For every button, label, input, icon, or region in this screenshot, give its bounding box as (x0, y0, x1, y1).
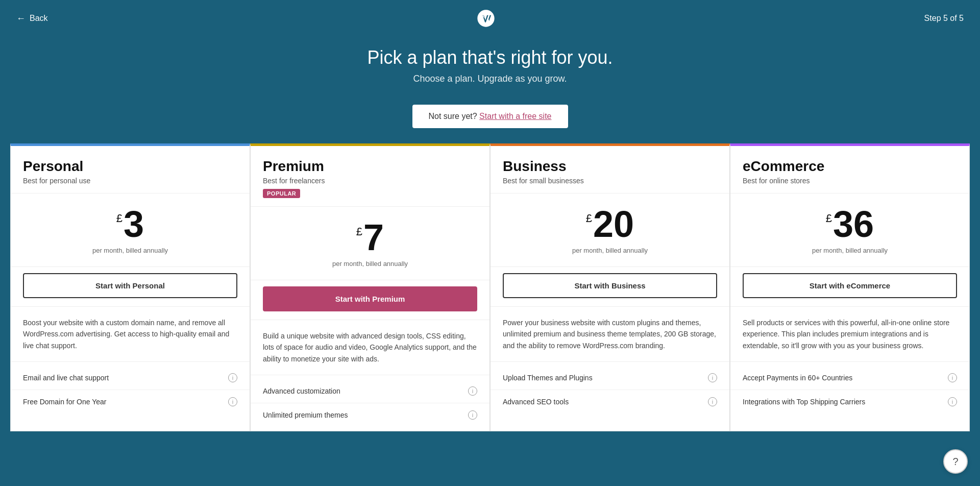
free-site-text: Not sure yet? (429, 112, 477, 120)
info-icon[interactable]: i (228, 373, 237, 382)
plan-header-ecommerce: eCommerce Best for online stores (730, 146, 969, 193)
cta-button-personal[interactable]: Start with Personal (23, 273, 237, 298)
back-arrow-icon: ← (16, 13, 26, 24)
plan-features-premium: Advanced customization i Unlimited premi… (251, 375, 489, 431)
currency-symbol-premium: £ (356, 225, 362, 238)
info-icon[interactable]: i (468, 410, 477, 420)
price-amount-business: £ 20 (503, 206, 717, 242)
plan-header-personal: Personal Best for personal use (11, 146, 250, 193)
plan-name-premium: Premium (263, 158, 477, 175)
page-title: Pick a plan that's right for you. (8, 47, 972, 68)
feature-row: Accept Payments in 60+ Countries i (730, 366, 969, 390)
plan-pricing-ecommerce: £ 36 per month, billed annually (730, 193, 969, 267)
plan-name-ecommerce: eCommerce (743, 158, 957, 175)
feature-label: Free Domain for One Year (23, 398, 106, 406)
feature-label: Unlimited premium themes (263, 411, 348, 419)
plan-card-ecommerce: eCommerce Best for online stores £ 36 pe… (730, 143, 970, 431)
wordpress-logo (476, 8, 496, 29)
plans-grid: Personal Best for personal use £ 3 per m… (10, 143, 970, 431)
plan-card-personal: Personal Best for personal use £ 3 per m… (10, 143, 250, 431)
feature-label: Advanced SEO tools (503, 398, 569, 406)
feature-row: Email and live chat support i (11, 366, 250, 390)
price-amount-ecommerce: £ 36 (743, 206, 957, 242)
feature-row: Advanced SEO tools i (491, 390, 729, 414)
info-icon[interactable]: i (708, 397, 717, 406)
free-site-banner: Not sure yet? Start with a free site (0, 105, 980, 128)
plan-cta-business: Start with Business (491, 267, 729, 307)
plan-pricing-personal: £ 3 per month, billed annually (11, 193, 250, 267)
cta-button-premium[interactable]: Start with Premium (263, 286, 477, 311)
back-button[interactable]: ← Back (16, 13, 48, 24)
price-period-premium: per month, billed annually (263, 260, 477, 268)
price-period-ecommerce: per month, billed annually (743, 247, 957, 254)
plan-tagline-personal: Best for personal use (23, 177, 237, 185)
price-amount-premium: £ 7 (263, 219, 477, 256)
plan-header-business: Business Best for small businesses (491, 146, 729, 193)
plan-features-business: Upload Themes and Plugins i Advanced SEO… (491, 362, 729, 418)
plan-cta-ecommerce: Start with eCommerce (730, 267, 969, 307)
plan-description-business: Power your business website with custom … (491, 307, 729, 362)
cta-button-business[interactable]: Start with Business (503, 273, 717, 298)
page-header: ← Back Step 5 of 5 (0, 0, 980, 37)
price-number-business: 20 (593, 206, 634, 242)
info-icon[interactable]: i (468, 386, 477, 396)
help-button[interactable]: ? (943, 449, 968, 474)
plan-tagline-business: Best for small businesses (503, 177, 717, 185)
plan-cta-premium: Start with Premium (251, 280, 489, 320)
feature-label: Accept Payments in 60+ Countries (743, 374, 852, 382)
plan-tagline-ecommerce: Best for online stores (743, 177, 957, 185)
feature-row: Upload Themes and Plugins i (491, 366, 729, 390)
back-label: Back (30, 14, 48, 23)
free-site-link[interactable]: Start with a free site (479, 112, 551, 120)
step-indicator: Step 5 of 5 (924, 14, 964, 23)
popular-badge: POPULAR (263, 189, 300, 198)
price-number-ecommerce: 36 (833, 206, 874, 242)
plan-name-personal: Personal (23, 158, 237, 175)
feature-label: Email and live chat support (23, 374, 109, 382)
price-number-personal: 3 (124, 206, 144, 242)
feature-row: Integrations with Top Shipping Carriers … (730, 390, 969, 414)
plan-description-personal: Boost your website with a custom domain … (11, 307, 250, 362)
plan-card-premium: Premium Best for freelancers POPULAR £ 7… (250, 143, 490, 431)
price-period-personal: per month, billed annually (23, 247, 237, 254)
price-number-premium: 7 (363, 219, 384, 256)
plan-features-ecommerce: Accept Payments in 60+ Countries i Integ… (730, 362, 969, 418)
plan-features-personal: Email and live chat support i Free Domai… (11, 362, 250, 418)
plan-header-premium: Premium Best for freelancers POPULAR (251, 146, 489, 207)
plan-name-business: Business (503, 158, 717, 175)
info-icon[interactable]: i (948, 397, 957, 406)
page-subtitle: Choose a plan. Upgrade as you grow. (8, 74, 972, 84)
feature-label: Integrations with Top Shipping Carriers (743, 398, 865, 406)
feature-row: Advanced customization i (251, 379, 489, 403)
price-amount-personal: £ 3 (23, 206, 237, 242)
currency-symbol-business: £ (586, 212, 592, 225)
plan-card-business: Business Best for small businesses £ 20 … (490, 143, 730, 431)
info-icon[interactable]: i (708, 373, 717, 382)
feature-row: Free Domain for One Year i (11, 390, 250, 414)
currency-symbol-personal: £ (116, 212, 122, 225)
info-icon[interactable]: i (948, 373, 957, 382)
plan-cta-personal: Start with Personal (11, 267, 250, 307)
price-period-business: per month, billed annually (503, 247, 717, 254)
feature-label: Advanced customization (263, 387, 340, 395)
plan-description-ecommerce: Sell products or services with this powe… (730, 307, 969, 362)
feature-label: Upload Themes and Plugins (503, 374, 593, 382)
plan-pricing-premium: £ 7 per month, billed annually (251, 207, 489, 280)
plan-pricing-business: £ 20 per month, billed annually (491, 193, 729, 267)
plan-description-premium: Build a unique website with advanced des… (251, 320, 489, 375)
currency-symbol-ecommerce: £ (826, 212, 832, 225)
free-site-box: Not sure yet? Start with a free site (412, 105, 568, 128)
info-icon[interactable]: i (228, 397, 237, 406)
feature-row: Unlimited premium themes i (251, 403, 489, 427)
hero-section: Pick a plan that's right for you. Choose… (0, 37, 980, 100)
plan-tagline-premium: Best for freelancers (263, 177, 477, 185)
cta-button-ecommerce[interactable]: Start with eCommerce (743, 273, 957, 298)
